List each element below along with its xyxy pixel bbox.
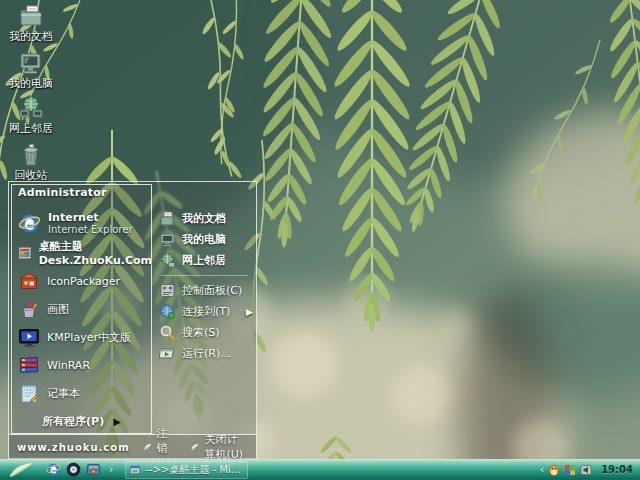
start-menu-item-label: 桌酷主题Desk.ZhuoKu.Com [39,239,152,267]
notepad-icon [18,382,40,404]
tray-windows-icon[interactable] [564,464,576,476]
my-documents-icon [18,3,44,29]
start-menu-item-label: 连接到(T) [182,304,230,319]
my-computer-icon [18,50,44,76]
my-documents-small-icon [159,210,176,227]
start-menu-item-zhuoku-theme[interactable]: 桌酷主题Desk.ZhuoKu.Com [11,239,152,267]
system-tray: ‹ 19:04 [537,463,640,476]
zhuoku-site-link[interactable]: www.zhuoku.com [17,442,130,453]
start-menu-item-run[interactable]: 运行(R)... [154,343,255,364]
start-menu-item-label: IconPackager [47,275,120,288]
start-menu-item-label: 我的电脑 [182,232,226,247]
start-menu-item-notepad[interactable]: 记事本 [11,379,152,407]
internet-explorer-icon [18,212,41,235]
taskbar-window-button[interactable]: -->>桌酷主题 - Mi... [125,461,248,479]
start-menu-item-my-documents[interactable]: 我的文档 [154,208,255,229]
taskbar-clock[interactable]: 19:04 [601,464,633,475]
desktop-icon-recycle-bin[interactable]: 回收站 [0,142,62,182]
start-feather-icon [7,461,37,478]
start-menu-footer: www.zhuoku.com 注销(L) 关闭计算机(U) [9,434,256,459]
quick-launch-overflow-chevron[interactable]: › [109,463,113,476]
tray-collapse-chevron[interactable]: ‹ [540,463,544,476]
start-menu-item-sublabel: Internet Explorer [48,224,133,235]
zhuoku-theme-icon [18,242,32,264]
winrar-icon [18,354,40,376]
start-menu: Administrator Internet Internet Explorer [8,181,257,459]
submenu-arrow-icon: ▶ [246,307,253,317]
quick-launch-bar: › [46,462,113,477]
all-programs-label: 所有程序(P) [42,415,104,428]
desktop-icon-my-documents[interactable]: 我的文档 [0,3,62,43]
recycle-bin-icon [18,142,44,168]
desktop-icon-label: 网上邻居 [0,123,62,135]
desktop-screen: 我的文档 我的电脑 网上邻居 回收站 [0,0,640,480]
start-menu-item-label: Internet [48,211,133,224]
log-off-icon [144,441,152,453]
start-menu-item-connect-to[interactable]: 连接到(T) ▶ [154,301,255,322]
desktop-icon-label: 我的电脑 [0,78,62,90]
start-button[interactable] [0,459,44,480]
connect-to-icon [159,303,176,320]
my-computer-small-icon [159,231,176,248]
start-menu-item-label: 搜索(S) [182,325,220,340]
start-menu-item-label: 运行(R)... [182,346,231,361]
start-menu-item-label: KMPlayer中文版 [47,330,131,345]
start-menu-item-paint[interactable]: 画图 [11,295,152,323]
control-panel-icon [159,282,176,299]
all-programs-button[interactable]: 所有程序(P)▶ [11,414,152,429]
start-menu-user-name: Administrator [18,186,107,199]
start-menu-item-label: 网上邻居 [182,253,226,268]
tray-messenger-icon[interactable] [548,464,560,476]
taskbar-window-label: -->>桌酷主题 - Mi... [146,463,241,477]
search-icon [159,324,176,341]
desktop-icon-my-computer[interactable]: 我的电脑 [0,50,62,90]
paint-icon [18,298,40,320]
start-menu-item-label: 我的文档 [182,211,226,226]
tray-volume-icon[interactable] [580,464,592,476]
start-menu-separator [161,275,248,276]
start-menu-item-kmplayer[interactable]: KMPlayer中文版 [11,323,152,351]
quick-launch-media-icon[interactable] [66,462,81,477]
quick-launch-app-icon[interactable] [86,462,101,477]
turn-off-label: 关闭计算机(U) [204,432,246,462]
turn-off-icon [191,441,199,453]
start-menu-item-my-computer[interactable]: 我的电脑 [154,229,255,250]
start-menu-item-label: WinRAR [47,359,90,372]
desktop-icon-network-places[interactable]: 网上邻居 [0,95,62,135]
start-menu-item-label: 控制面板(C) [182,283,242,298]
taskbar: › -->>桌酷主题 - Mi... ‹ [0,459,640,480]
start-menu-item-control-panel[interactable]: 控制面板(C) [154,280,255,301]
kmplayer-icon [18,326,40,348]
start-menu-item-winrar[interactable]: WinRAR [11,351,152,379]
start-menu-item-label: 画图 [47,302,69,317]
network-places-icon [18,95,44,121]
start-menu-item-label: 记事本 [47,386,80,401]
network-places-small-icon [159,252,176,269]
desktop-icon-label: 我的文档 [0,31,62,43]
turn-off-computer-button[interactable]: 关闭计算机(U) [191,432,246,462]
all-programs-arrow-icon: ▶ [113,416,121,427]
task-window-icon [130,464,140,476]
start-menu-item-search[interactable]: 搜索(S) [154,322,255,343]
run-icon [159,345,176,362]
quick-launch-internet-explorer-icon[interactable] [46,462,61,477]
start-menu-item-iconpackager[interactable]: IconPackager [11,267,152,295]
start-menu-item-internet[interactable]: Internet Internet Explorer [11,207,152,239]
iconpackager-icon [18,270,40,292]
start-menu-item-network-places[interactable]: 网上邻居 [154,250,255,271]
